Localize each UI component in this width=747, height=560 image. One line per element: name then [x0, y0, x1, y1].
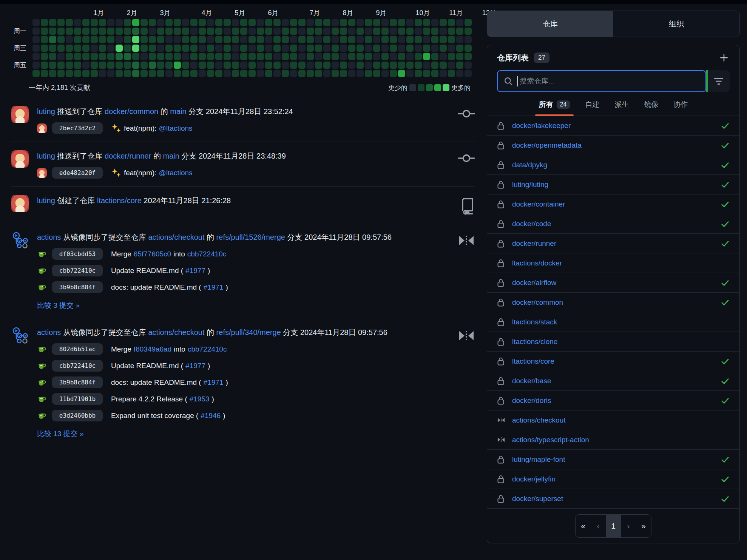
panel-tab-organizations[interactable]: 组织: [613, 11, 739, 37]
compare-commits-link[interactable]: 比较 3 提交 »: [37, 301, 451, 310]
inline-link[interactable]: actions/checkout: [148, 233, 205, 241]
repo-link[interactable]: ltactions/stack: [512, 318, 557, 326]
search-input[interactable]: [520, 77, 699, 85]
filter-tab[interactable]: 自建: [585, 100, 599, 110]
commit-hash-badge[interactable]: 2bec73d2c2: [52, 122, 103, 134]
repo-list: docker/lakekeeper docker/openmetadata da…: [487, 116, 739, 508]
avatar[interactable]: [37, 282, 47, 292]
repo-link[interactable]: ltactions/docker: [512, 259, 562, 267]
commit-hash-badge[interactable]: cbb722410c: [52, 360, 103, 372]
repo-link[interactable]: luting/maple-font: [512, 455, 565, 464]
commit-hash-badge[interactable]: df03cbdd53: [52, 248, 103, 260]
inline-link[interactable]: cbb722410c: [187, 250, 227, 258]
gitea-cup-icon: [37, 282, 47, 292]
repo-link[interactable]: ltactions/clone: [512, 338, 557, 346]
heatmap-cell: [365, 70, 372, 77]
repo-link[interactable]: docker/base: [512, 377, 551, 385]
repo-link[interactable]: ltactions/core: [512, 357, 554, 366]
user-avatar[interactable]: [11, 150, 29, 168]
commit-hash-badge[interactable]: 802d6b51ac: [52, 343, 103, 355]
avatar[interactable]: [37, 123, 47, 133]
pagination-prev[interactable]: ‹: [591, 515, 606, 537]
inline-link[interactable]: cbb722410c: [188, 345, 227, 353]
commit-hash-badge[interactable]: 11bd71901b: [52, 393, 103, 405]
inline-link[interactable]: luting: [37, 152, 55, 160]
inline-link[interactable]: luting: [37, 196, 55, 205]
inline-link[interactable]: @ltactions: [159, 169, 193, 177]
heatmap-cell: [423, 19, 430, 26]
user-avatar[interactable]: [11, 195, 29, 212]
inline-link[interactable]: #1953: [190, 395, 210, 403]
user-avatar[interactable]: [37, 168, 47, 178]
avatar[interactable]: [37, 344, 47, 354]
pagination-first[interactable]: «: [576, 515, 591, 537]
repo-link[interactable]: docker/doris: [512, 396, 551, 405]
inline-link[interactable]: main: [170, 107, 186, 116]
inline-link[interactable]: luting: [37, 107, 55, 116]
heatmap-cell: [456, 45, 463, 52]
commit-hash-badge[interactable]: 3b9b8c884f: [52, 376, 103, 388]
inline-link[interactable]: docker/runner: [105, 152, 151, 160]
avatar[interactable]: [37, 378, 47, 387]
repo-link[interactable]: data/dpykg: [512, 161, 547, 169]
pagination-next[interactable]: ›: [621, 515, 636, 537]
panel-tab-repositories[interactable]: 仓库: [487, 11, 613, 37]
avatar[interactable]: [11, 327, 29, 344]
avatar[interactable]: [37, 266, 47, 276]
avatar[interactable]: [37, 411, 47, 421]
inline-link[interactable]: docker/common: [105, 107, 158, 116]
compare-commits-link[interactable]: 比较 13 提交 »: [37, 429, 451, 439]
commit-hash-badge[interactable]: cbb722410c: [52, 265, 103, 276]
repo-link[interactable]: docker/airflow: [512, 279, 556, 287]
repo-link[interactable]: docker/code: [512, 220, 551, 228]
avatar[interactable]: [37, 249, 47, 259]
filter-tab[interactable]: 协作: [673, 100, 688, 110]
avatar[interactable]: [37, 361, 47, 371]
filter-tab[interactable]: 所有24: [539, 100, 570, 110]
filter-button[interactable]: [708, 70, 730, 92]
inline-link[interactable]: refs/pull/340/merge: [216, 328, 281, 336]
user-avatar[interactable]: [11, 106, 29, 123]
inline-link[interactable]: actions: [37, 328, 61, 336]
inline-link[interactable]: #1971: [204, 283, 224, 292]
inline-link[interactable]: #1946: [201, 412, 221, 420]
repo-link[interactable]: docker/openmetadata: [512, 141, 582, 150]
repo-link[interactable]: docker/jellyfin: [512, 475, 556, 483]
avatar[interactable]: [37, 168, 47, 178]
repo-link[interactable]: actions/checkout: [512, 416, 566, 424]
heatmap-cell: [41, 70, 48, 77]
inline-link[interactable]: 65f77605c0: [134, 250, 171, 258]
inline-link[interactable]: @ltactions: [159, 124, 193, 133]
add-repo-button[interactable]: [718, 52, 730, 63]
repo-link[interactable]: docker/runner: [512, 239, 556, 248]
user-avatar[interactable]: [37, 123, 47, 133]
inline-link[interactable]: #1977: [185, 362, 205, 370]
inline-link[interactable]: actions/checkout: [148, 328, 205, 336]
repo-link[interactable]: docker/lakekeeper: [512, 122, 571, 130]
inline-link[interactable]: f80349a6ad: [134, 345, 171, 353]
avatar[interactable]: [11, 231, 29, 249]
pagination-last[interactable]: »: [636, 515, 651, 537]
commit-hash-badge[interactable]: 3b9b8c884f: [52, 281, 103, 293]
inline-link[interactable]: ltactions/core: [97, 196, 142, 205]
commit-hash-badge[interactable]: ede482a20f: [52, 167, 103, 179]
inline-link[interactable]: #1977: [185, 267, 205, 275]
filter-tab[interactable]: 镜像: [644, 100, 658, 110]
filter-tab[interactable]: 派生: [614, 100, 629, 110]
inline-link[interactable]: #1971: [204, 378, 224, 387]
repo-link[interactable]: docker/superset: [512, 495, 563, 503]
heatmap-cell: [174, 53, 181, 60]
repo-link[interactable]: docker/common: [512, 298, 563, 307]
pagination-page[interactable]: 1: [606, 515, 621, 537]
repo-link[interactable]: actions/typescript-action: [512, 436, 589, 444]
inline-link[interactable]: refs/pull/1526/merge: [216, 233, 285, 241]
avatar[interactable]: [11, 195, 29, 212]
avatar[interactable]: [37, 394, 47, 404]
inline-link[interactable]: main: [163, 152, 179, 160]
repo-link[interactable]: docker/container: [512, 200, 565, 208]
avatar[interactable]: [11, 150, 29, 168]
commit-hash-badge[interactable]: e3d2460bbb: [52, 410, 103, 421]
repo-link[interactable]: luting/luting: [512, 180, 548, 189]
inline-link[interactable]: actions: [37, 233, 61, 241]
avatar[interactable]: [11, 106, 29, 123]
